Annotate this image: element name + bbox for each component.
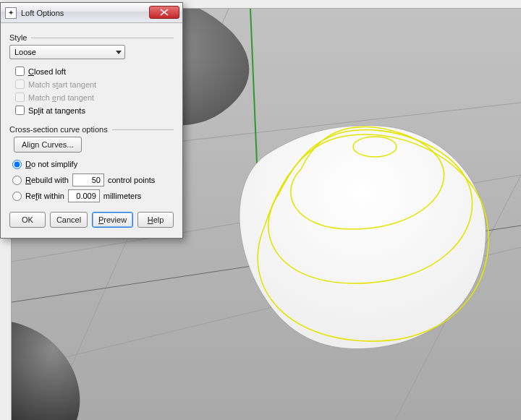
rebuild-unit: control points <box>108 176 155 184</box>
match-start-label: Match start tangent <box>28 80 96 89</box>
titlebar[interactable]: ✦ Loft Options <box>1 3 182 23</box>
refit-label: Refit within <box>25 192 64 200</box>
style-legend: Style <box>9 33 174 42</box>
style-combobox[interactable]: Loose <box>9 45 125 59</box>
chevron-down-icon <box>116 51 122 54</box>
closed-loft-checkbox[interactable] <box>15 67 25 76</box>
closed-loft-check[interactable]: Closed loft <box>15 65 174 77</box>
rebuild-input[interactable] <box>12 176 22 185</box>
cancel-button[interactable]: Cancel <box>50 212 88 228</box>
match-end-label: Match end tangent <box>28 93 94 102</box>
align-curves-button[interactable]: Align Curves... <box>14 137 82 153</box>
rebuild-label: Rebuild with <box>25 176 69 184</box>
dialog-title: Loft Options <box>21 9 64 17</box>
rebuild-radio[interactable]: Rebuild with control points <box>12 173 174 187</box>
rebuild-value[interactable] <box>72 173 104 187</box>
match-end-check: Match end tangent <box>15 91 174 103</box>
help-button[interactable]: Help <box>137 212 174 228</box>
match-start-checkbox <box>15 80 25 89</box>
close-icon <box>160 9 169 16</box>
cross-section-legend: Cross-section curve options <box>9 125 174 134</box>
app-root: ✦ Loft Options Style Loose Closed loft <box>0 0 521 420</box>
split-tangents-check[interactable]: Split at tangents <box>15 104 174 116</box>
style-value: Loose <box>14 48 36 56</box>
dialog-button-row: OK Cancel Preview Help <box>9 207 174 231</box>
refit-input[interactable] <box>12 192 22 201</box>
divider <box>112 129 174 130</box>
split-tangents-checkbox[interactable] <box>15 106 25 115</box>
preview-button[interactable]: Preview <box>92 212 133 228</box>
app-icon: ✦ <box>5 7 17 19</box>
refit-unit: millimeters <box>103 192 142 200</box>
do-not-simplify-radio[interactable]: Do not simplify <box>12 157 174 171</box>
close-button[interactable] <box>149 6 179 19</box>
closed-loft-label: Closed loft <box>28 67 66 76</box>
style-label: Style <box>9 33 27 42</box>
refit-radio[interactable]: Refit within millimeters <box>12 189 174 203</box>
do-not-simplify-input[interactable] <box>12 160 22 169</box>
do-not-simplify-label: Do not simplify <box>25 160 77 168</box>
ok-button[interactable]: OK <box>9 212 46 228</box>
refit-value[interactable] <box>68 189 100 202</box>
match-start-check: Match start tangent <box>15 78 174 90</box>
match-end-checkbox <box>15 93 25 102</box>
cross-section-label: Cross-section curve options <box>9 125 108 134</box>
divider <box>31 38 174 38</box>
dialog-body: Style Loose Closed loft Match start tang… <box>1 23 182 238</box>
split-tangents-label: Split at tangents <box>28 106 85 115</box>
loft-options-dialog: ✦ Loft Options Style Loose Closed loft <box>0 2 183 239</box>
